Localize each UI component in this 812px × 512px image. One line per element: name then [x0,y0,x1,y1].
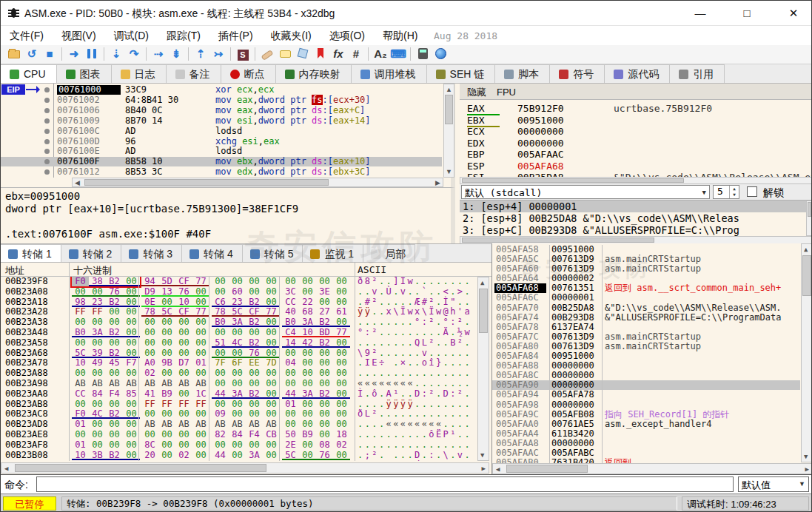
disasm-row[interactable]: 0076100EADlodsd [1,146,442,156]
disasm-row[interactable]: 0076100D96xchg esi,eax [1,137,442,146]
args-hscrollbar[interactable] [460,236,812,243]
tab-符号[interactable]: 符号 [550,64,605,84]
dump-tab-转储 5[interactable]: 转储 5 [243,244,303,263]
breakpoint-dot-icon[interactable] [44,149,50,154]
tab-CPU[interactable]: CPU [1,64,57,84]
strings-icon[interactable]: A₂ [372,45,389,63]
dump-row[interactable]: 00B23A8800000000020000000000000000000000… [1,368,474,379]
command-input[interactable] [36,476,734,492]
stack-vscrollbar[interactable]: ▲▼ [801,243,812,462]
register-row[interactable]: EBX00951000 [460,115,812,126]
animate-into-icon[interactable]: ⇢ [150,45,167,63]
stack-row[interactable]: 005AFA6C00000001 [492,293,800,303]
breakpoint-dot-icon[interactable] [44,118,50,124]
register-row[interactable]: ESP005AFA68 [460,161,812,172]
execute-till-return-icon[interactable]: ⇡ [192,45,209,63]
registers-hscrollbar[interactable] [460,177,812,184]
dump-panel[interactable]: 地址 十六进制 ASCII 00B239F8F038B200945DCF7700… [1,263,491,474]
dump-tab-转储 2[interactable]: 转储 2 [61,244,122,263]
stop-icon[interactable]: ■ [41,45,58,63]
stepper-arrows-icon[interactable]: ▲▼ [729,186,739,198]
disasm-row[interactable]: 0076100264:8B41 30mov eax,dword ptr fs:[… [1,95,442,105]
dump-row[interactable]: 00B23A380000000000000000B03AB200B03AB200… [1,317,474,328]
dump-tab-转储 3[interactable]: 转储 3 [121,244,182,263]
stack-row[interactable]: 005AFA94005AFA78 [492,390,800,400]
menu-item[interactable]: 收藏夹(I) [262,26,321,45]
disasm-row[interactable]: 0076100F8B58 10mov ebx,dword ptr ds:[eax… [1,157,442,166]
tab-调用堆栈[interactable]: 调用堆栈 [352,64,427,84]
dump-row[interactable]: 00B23A48B03AB2000000000000000000C410BD77… [1,328,474,338]
step-over-icon[interactable]: ↷ [125,45,143,63]
register-row[interactable]: EAX75B912F0ucrtbase.75B912F0 [460,103,812,114]
menu-item[interactable]: 跟踪(T) [158,26,209,45]
patch-icon[interactable] [258,45,276,63]
stack-row[interactable]: 005AFA9800000000 [492,400,800,410]
dump-row[interactable]: 00B23AF8010000008C000000000000002E000802… [1,440,474,451]
dump-tab-转储 1[interactable]: 转储 1 [1,244,61,263]
dump-tab-局部[interactable]: 局部 [363,244,415,263]
run-to-user-code-icon[interactable]: ↣ [209,45,227,63]
dump-tab-监视 1[interactable]: 监视 1 [303,244,363,263]
dump-row[interactable]: 00B23AA8CC84F48541B9001C443AB200443AB200… [1,389,474,400]
menu-item[interactable]: 帮助(H) [374,26,426,45]
bookmark-icon[interactable] [312,45,329,63]
fpu-label[interactable]: FPU [497,87,516,98]
arg-count-stepper[interactable]: 5▲▼ [713,185,739,199]
register-row[interactable]: ECX00000000 [460,126,812,137]
menu-item[interactable]: 调试(D) [105,26,158,45]
menu-item[interactable]: 插件(P) [209,26,262,45]
argument-row[interactable]: 3: [esp+C] 00B293D8 &"ALLUSERSPROFILE=C:… [460,224,812,236]
tab-日志[interactable]: 日志 [112,64,167,84]
stack-hscrollbar[interactable]: ◀▶ [492,463,812,474]
dump-tab-转储 4[interactable]: 转储 4 [182,244,243,263]
menu-item[interactable]: 选项(O) [321,26,374,45]
dump-row[interactable]: 00B23AB800000000FFFFFFFF0000000001000000… [1,400,474,410]
dump-vscrollbar[interactable]: ▲▼ [477,277,489,461]
breakpoint-dot-icon[interactable] [44,139,50,144]
breakpoint-dot-icon[interactable] [44,169,50,175]
calling-convention-select[interactable]: ▼默认 (stdcall) [461,185,710,199]
syscall-log-icon[interactable]: S [234,45,252,63]
args-vscrollbar[interactable] [806,201,812,236]
comment-icon[interactable] [276,45,294,63]
tab-备注[interactable]: 备注 [167,64,221,84]
tab-SEH 链[interactable]: SEH 链 [427,64,496,84]
disasm-vscrollbar[interactable]: ▲▼ [443,84,454,178]
tab-源代码[interactable]: 源代码 [605,64,670,84]
dump-row[interactable]: 00B23B08103BB2002000020044003A005C007600… [1,451,474,461]
dump-row[interactable]: 00B23A0800007600D9137600006000003C003E00… [1,287,474,297]
dump-row[interactable]: 00B239F8F038B200945DCF770000000000000000… [1,277,474,287]
tab-内存映射[interactable]: 内存映射 [276,64,352,84]
stack-row[interactable]: 005AFAA000761AE5asm._except_handler4 [492,420,800,429]
stack-row[interactable]: 005AFAA4611B3420 [492,429,800,439]
pause-icon[interactable] [83,45,101,63]
register-row[interactable]: EBP005AFAAC [460,149,812,160]
stack-row[interactable]: 005AFA7000B25DA8&"D:\\vs_code\\ASM\\Rele… [492,303,800,313]
argument-row[interactable]: 1: [esp+4] 00000001 [460,201,812,212]
register-row[interactable]: EDX00000000 [460,138,812,149]
step-into-icon[interactable]: ⇣ [107,45,125,63]
breakpoint-dot-icon[interactable] [44,159,50,164]
command-preset-select[interactable]: ▼默认值 [738,476,809,492]
internet-icon[interactable] [432,45,449,63]
dump-row[interactable]: 00B23AC8F04CB200000000000900000000000000… [1,409,474,420]
registers-panel[interactable]: 隐藏FPU EAX75B912F0ucrtbase.75B912F0EBX009… [460,84,812,184]
dump-row[interactable]: 00B23A28FFFF0000785CCF77785CCF7740682761… [1,307,474,317]
handles-icon[interactable]: ⌨ [389,45,407,63]
dump-row[interactable]: 00B23A98ABABABABABABABAB0000000000000000… [1,379,474,389]
close-button[interactable]: ✕ [776,1,811,25]
hide-fpu-button[interactable]: 隐藏 [467,87,486,98]
breakpoint-dot-icon[interactable] [44,129,50,134]
maximize-button[interactable]: □ [730,1,764,25]
hash-icon[interactable]: # [347,45,365,63]
animate-over-icon[interactable]: ⇟ [167,45,185,63]
dump-row[interactable]: 00B23B1873005F0063006F00640065005C004100… [1,460,474,461]
breakpoint-dot-icon[interactable] [44,87,50,92]
disassembly-panel[interactable]: EIP 0076100033C9xor ecx,ecx0076100264:8B… [1,84,455,187]
tab-引用[interactable]: 引用 [670,64,725,84]
arguments-list[interactable]: 1: [esp+4] 000000012: [esp+8] 00B25DA8 &… [460,200,812,243]
dump-row[interactable]: 00B23A78104945F7A09BD7017F6FEE7D04000000… [1,358,474,368]
run-icon[interactable]: ➜ [65,45,83,63]
unlock-checkbox[interactable] [747,186,757,197]
calculator-icon[interactable] [414,45,432,63]
